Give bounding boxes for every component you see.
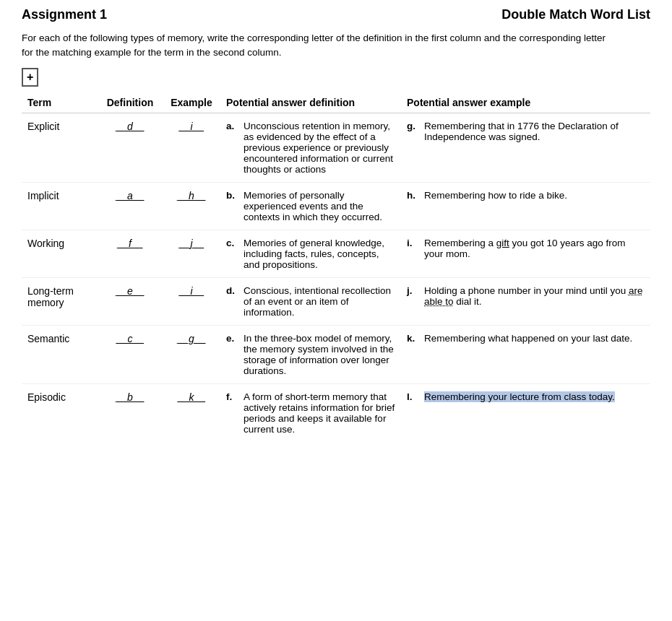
cell-potential-definition: d.Conscious, intentional recollection of… bbox=[220, 277, 401, 325]
term-text: Episodic bbox=[27, 391, 66, 403]
col-header-definition: Definition bbox=[98, 92, 163, 113]
main-table: Term Definition Example Potential answer… bbox=[22, 92, 650, 442]
potential-example-letter: h. bbox=[407, 190, 420, 201]
cell-potential-definition: b.Memories of personally experienced eve… bbox=[220, 182, 401, 230]
table-row: Semantic__c____g__e.In the three-box mod… bbox=[22, 325, 650, 383]
cell-potential-example: j.Holding a phone number in your mind un… bbox=[401, 277, 650, 325]
cell-potential-example: h.Remembering how to ride a bike. bbox=[401, 182, 650, 230]
term-text: Long-term memory bbox=[27, 285, 74, 308]
cell-example-answer: __j__ bbox=[163, 230, 220, 277]
potential-definition-letter: f. bbox=[226, 391, 239, 435]
potential-definition-text: Conscious, intentional recollection of a… bbox=[244, 285, 395, 318]
potential-definition-entry: b.Memories of personally experienced eve… bbox=[226, 190, 395, 222]
table-row: Implicit__a____h__b.Memories of personal… bbox=[22, 182, 650, 230]
cell-example-answer: __g__ bbox=[163, 325, 220, 383]
potential-definition-text: A form of short-term memory that activel… bbox=[244, 391, 395, 435]
potential-example-text: Remembering what happened on your last d… bbox=[424, 333, 632, 344]
col-header-term: Term bbox=[22, 92, 98, 113]
potential-definition-entry: e.In the three-box model of memory, the … bbox=[226, 333, 395, 376]
potential-definition-entry: d.Conscious, intentional recollection of… bbox=[226, 285, 395, 318]
term-text: Semantic bbox=[27, 333, 69, 344]
definition-answer-text: __f__ bbox=[117, 238, 142, 249]
potential-definition-text: Memories of personally experienced event… bbox=[244, 190, 395, 222]
potential-definition-text: In the three-box model of memory, the me… bbox=[244, 333, 395, 376]
potential-example-letter: l. bbox=[407, 391, 420, 402]
potential-definition-letter: e. bbox=[226, 333, 239, 376]
add-button[interactable]: + bbox=[22, 68, 38, 87]
col-header-pot-def: Potential answer definition bbox=[220, 92, 401, 113]
cell-term: Episodic bbox=[22, 383, 98, 442]
assignment-title: Assignment 1 bbox=[22, 7, 107, 22]
table-row: Long-term memory__e____i__d.Conscious, i… bbox=[22, 277, 650, 325]
potential-example-letter: k. bbox=[407, 333, 420, 344]
cell-definition-answer: __c__ bbox=[98, 325, 163, 383]
cell-definition-answer: __e__ bbox=[98, 277, 163, 325]
potential-definition-entry: a.Unconscious retention in memory, as ev… bbox=[226, 121, 395, 175]
definition-answer-text: __a__ bbox=[116, 190, 145, 201]
cell-term: Implicit bbox=[22, 182, 98, 230]
definition-answer-text: __d__ bbox=[116, 121, 145, 132]
cell-definition-answer: __f__ bbox=[98, 230, 163, 277]
table-row: Episodic__b____k__f.A form of short-term… bbox=[22, 383, 650, 442]
potential-example-text: Remembering a gift you got 10 years ago … bbox=[424, 238, 645, 259]
example-answer-text: __j__ bbox=[179, 238, 204, 249]
potential-example-entry: g.Remembering that in 1776 the Declarati… bbox=[407, 121, 645, 142]
potential-example-text: Holding a phone number in your mind unti… bbox=[424, 285, 645, 307]
potential-definition-text: Unconscious retention in memory, as evid… bbox=[244, 121, 395, 175]
cell-potential-example: g.Remembering that in 1776 the Declarati… bbox=[401, 113, 650, 182]
potential-example-text: Remembering how to ride a bike. bbox=[424, 190, 567, 201]
cell-definition-answer: __d__ bbox=[98, 113, 163, 182]
potential-example-text: Remembering your lecture from class toda… bbox=[424, 391, 615, 402]
cell-potential-definition: e.In the three-box model of memory, the … bbox=[220, 325, 401, 383]
potential-definition-letter: a. bbox=[226, 121, 239, 175]
cell-example-answer: __i__ bbox=[163, 277, 220, 325]
table-header-row: Term Definition Example Potential answer… bbox=[22, 92, 650, 113]
term-text: Implicit bbox=[27, 190, 59, 201]
cell-potential-definition: a.Unconscious retention in memory, as ev… bbox=[220, 113, 401, 182]
cell-example-answer: __k__ bbox=[163, 383, 220, 442]
table-row: Working__f____j__c.Memories of general k… bbox=[22, 230, 650, 277]
potential-example-text: Remembering that in 1776 the Declaration… bbox=[424, 121, 645, 142]
potential-example-entry: j.Holding a phone number in your mind un… bbox=[407, 285, 645, 307]
potential-definition-entry: f.A form of short-term memory that activ… bbox=[226, 391, 395, 435]
cell-potential-example: k.Remembering what happened on your last… bbox=[401, 325, 650, 383]
potential-definition-letter: d. bbox=[226, 285, 239, 318]
cell-definition-answer: __a__ bbox=[98, 182, 163, 230]
cell-potential-definition: f.A form of short-term memory that activ… bbox=[220, 383, 401, 442]
potential-example-letter: i. bbox=[407, 238, 420, 259]
example-answer-text: __h__ bbox=[178, 190, 206, 201]
col-header-pot-ex: Potential answer example bbox=[401, 92, 650, 113]
potential-example-letter: g. bbox=[407, 121, 420, 142]
potential-definition-entry: c.Memories of general knowledge, includi… bbox=[226, 238, 395, 270]
example-answer-text: __k__ bbox=[178, 391, 205, 403]
cell-example-answer: __i__ bbox=[163, 113, 220, 182]
col-header-example: Example bbox=[163, 92, 220, 113]
potential-example-entry: i.Remembering a gift you got 10 years ag… bbox=[407, 238, 645, 259]
definition-answer-text: __e__ bbox=[116, 285, 145, 297]
potential-example-letter: j. bbox=[407, 285, 420, 307]
definition-answer-text: __b__ bbox=[116, 391, 145, 403]
cell-potential-example: l.Remembering your lecture from class to… bbox=[401, 383, 650, 442]
definition-answer-text: __c__ bbox=[116, 333, 144, 344]
cell-term: Explicit bbox=[22, 113, 98, 182]
cell-term: Long-term memory bbox=[22, 277, 98, 325]
example-answer-text: __g__ bbox=[178, 333, 206, 344]
cell-potential-example: i.Remembering a gift you got 10 years ag… bbox=[401, 230, 650, 277]
example-answer-text: __i__ bbox=[179, 285, 204, 297]
term-text: Working bbox=[27, 238, 64, 249]
table-row: Explicit__d____i__a.Unconscious retentio… bbox=[22, 113, 650, 182]
potential-definition-letter: b. bbox=[226, 190, 239, 222]
cell-term: Semantic bbox=[22, 325, 98, 383]
example-answer-text: __i__ bbox=[179, 121, 204, 132]
cell-definition-answer: __b__ bbox=[98, 383, 163, 442]
document-title: Double Match Word List bbox=[501, 7, 650, 22]
cell-term: Working bbox=[22, 230, 98, 277]
cell-example-answer: __h__ bbox=[163, 182, 220, 230]
potential-definition-letter: c. bbox=[226, 238, 239, 270]
potential-example-entry: h.Remembering how to ride a bike. bbox=[407, 190, 645, 201]
potential-example-entry: l.Remembering your lecture from class to… bbox=[407, 391, 645, 402]
potential-example-entry: k.Remembering what happened on your last… bbox=[407, 333, 645, 344]
instructions-text: For each of the following types of memor… bbox=[22, 31, 614, 61]
cell-potential-definition: c.Memories of general knowledge, includi… bbox=[220, 230, 401, 277]
term-text: Explicit bbox=[27, 121, 59, 132]
